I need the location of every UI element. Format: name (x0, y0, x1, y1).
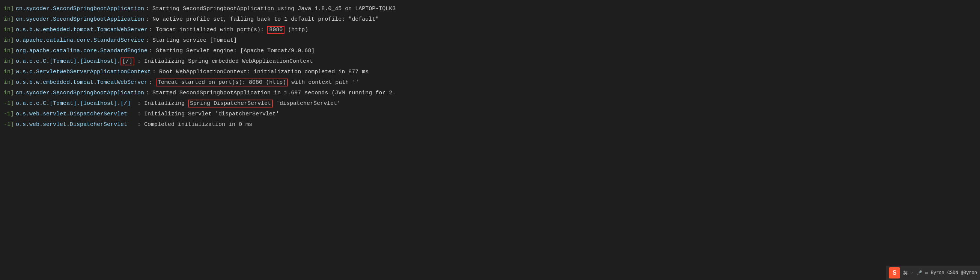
line-message: : Starting SecondSpringbootApplication u… (146, 5, 396, 14)
line-source: o.a.c.c.C.[Tomcat].[localhost].[/] (16, 99, 136, 108)
line-source: o.s.web.servlet.DispatcherServlet (16, 120, 136, 129)
line-message: : Root WebApplicationContext: initializa… (153, 68, 369, 77)
line-prefix: in] (4, 68, 15, 77)
line-prefix: in] (4, 5, 15, 14)
line-prefix: in] (4, 36, 15, 45)
line-message: : Completed initialization in 0 ms (137, 120, 252, 129)
csdn-s-letter: S (892, 269, 897, 276)
console-line: in] o.a.c.c.C.[Tomcat].[localhost].[/] :… (0, 56, 980, 67)
line-source: o.s.b.w.embedded.tomcat.TomcatWebServer (16, 26, 148, 35)
line-source: cn.sycoder.SecondSpringbootApplication (16, 15, 144, 24)
line-message: : Initializing Servlet 'dispatcherServle… (137, 110, 279, 119)
console-line: in] o.apache.catalina.core.StandardServi… (0, 35, 980, 46)
console-line: in] cn.sycoder.SecondSpringbootApplicati… (0, 4, 980, 14)
line-message: : Tomcat started on port(s): 8080 (http)… (149, 78, 359, 87)
line-source: o.s.web.servlet.DispatcherServlet (16, 110, 136, 119)
toolbar-dot: · (910, 270, 913, 275)
line-prefix: in] (4, 89, 15, 98)
line-source: cn.sycoder.SecondSpringbootApplication (16, 5, 144, 14)
console-output: in] cn.sycoder.SecondSpringbootApplicati… (0, 0, 980, 134)
line-message: : Started SecondSpringbootApplication in… (146, 89, 396, 98)
line-message: : Tomcat initialized with port(s): 8080 … (149, 26, 308, 35)
console-line: -1] o.s.web.servlet.DispatcherServlet : … (0, 120, 980, 130)
line-source: o.s.b.w.embedded.tomcat.TomcatWebServer (16, 78, 148, 87)
toolbar-text-english: 英 (903, 270, 908, 276)
line-source: cn.sycoder.SecondSpringbootApplication (16, 89, 144, 98)
line-prefix: in] (4, 46, 15, 56)
line-source: o.a.c.c.C.[Tomcat].[localhost].[/] (16, 57, 136, 66)
line-message: : Starting service [Tomcat] (146, 36, 237, 45)
toolbar-username: Byron (931, 270, 944, 275)
line-message: : Starting Servlet engine: [Apache Tomca… (149, 46, 315, 56)
console-line: in] o.s.b.w.embedded.tomcat.TomcatWebSer… (0, 25, 980, 35)
line-source: o.apache.catalina.core.StandardService (16, 36, 144, 45)
line-message: : Initializing Spring embedded WebApplic… (137, 57, 313, 66)
line-prefix: in] (4, 26, 15, 35)
line-prefix: in] (4, 57, 15, 66)
line-source: org.apache.catalina.core.StandardEngine (16, 46, 148, 56)
console-line: in] org.apache.catalina.core.StandardEng… (0, 46, 980, 56)
console-line: in] cn.sycoder.SecondSpringbootApplicati… (0, 14, 980, 25)
line-prefix: in] (4, 15, 15, 24)
line-source: w.s.c.ServletWebServerApplicationContext (16, 68, 151, 77)
source-highlight: [/] (121, 58, 134, 66)
bottom-toolbar: S 英 · 🎤 ⊞ Byron CSDN @Byron (886, 266, 980, 280)
tomcat-start-highlight: Tomcat started on port(s): 8080 (http) (156, 78, 288, 86)
dispatcher-highlight: Spring DispatcherServlet (188, 99, 273, 107)
line-prefix: -1] (4, 110, 15, 119)
console-line: -1] o.s.web.servlet.DispatcherServlet : … (0, 109, 980, 120)
console-line: in] w.s.c.ServletWebServerApplicationCon… (0, 67, 980, 77)
line-prefix: -1] (4, 99, 15, 108)
toolbar-csdn-label: CSDN @Byron (947, 270, 977, 275)
port-highlight: 8080 (267, 26, 285, 34)
csdn-logo: S (889, 267, 900, 278)
console-line: in] cn.sycoder.SecondSpringbootApplicati… (0, 88, 980, 98)
line-message: : No active profile set, falling back to… (146, 15, 379, 24)
console-line: -1] o.a.c.c.C.[Tomcat].[localhost].[/] :… (0, 98, 980, 109)
toolbar-mic-icon: 🎤 (916, 270, 922, 276)
toolbar-grid-icon: ⊞ (925, 270, 928, 276)
line-prefix: -1] (4, 120, 15, 129)
line-message: : Initializing Spring DispatcherServlet … (137, 99, 340, 108)
console-line: in] o.s.b.w.embedded.tomcat.TomcatWebSer… (0, 77, 980, 88)
line-prefix: in] (4, 78, 15, 87)
